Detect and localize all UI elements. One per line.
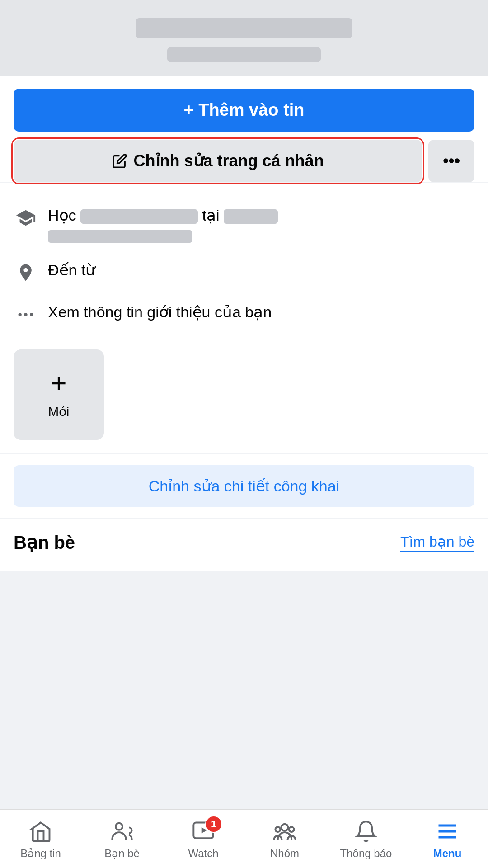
- nav-icon-wrap-menu: [432, 818, 463, 844]
- nav-item-home[interactable]: Bảng tin: [0, 814, 81, 864]
- svg-point-7: [275, 827, 280, 832]
- home-icon: [28, 820, 54, 843]
- education-blurred-line: [48, 230, 192, 243]
- add-highlight-button[interactable]: + Mới: [14, 349, 104, 440]
- location-text: Đến từ: [48, 259, 474, 281]
- graduation-icon: [14, 206, 38, 230]
- location-info-item: Đến từ: [14, 251, 474, 293]
- profile-header: [0, 0, 488, 76]
- friends-icon: [109, 820, 135, 843]
- nav-label-home: Bảng tin: [20, 847, 61, 860]
- plus-icon: +: [51, 370, 66, 397]
- edit-profile-button[interactable]: Chỉnh sửa trang cá nhân: [14, 140, 422, 182]
- nav-item-friends[interactable]: Bạn bè: [81, 814, 163, 864]
- education-blurred-1: [80, 209, 198, 224]
- action-buttons-section: + Thêm vào tin Chỉnh sửa trang cá nhân •…: [0, 76, 488, 182]
- svg-point-6: [281, 824, 288, 830]
- nav-label-menu: Menu: [433, 847, 462, 860]
- nav-icon-wrap-home: [25, 818, 56, 844]
- nav-item-groups[interactable]: Nhóm: [244, 814, 325, 864]
- nav-icon-wrap-groups: [269, 818, 300, 844]
- more-info-item[interactable]: Xem thông tin giới thiệu của bạn: [14, 293, 474, 335]
- groups-icon: [272, 820, 298, 843]
- nav-label-notifications: Thông báo: [340, 847, 392, 860]
- friends-header: Bạn bè Tìm bạn bè: [14, 532, 474, 553]
- nav-icon-wrap-notifications: [351, 818, 381, 844]
- svg-point-3: [116, 823, 122, 830]
- more-info-text: Xem thông tin giới thiệu của bạn: [48, 302, 474, 323]
- svg-point-2: [30, 313, 33, 316]
- more-button[interactable]: •••: [428, 140, 474, 182]
- bottom-nav: Bảng tin Bạn bè 1 Watch: [0, 809, 488, 868]
- info-section: Học tại Đến từ Xem thông tin giới thiệu …: [0, 183, 488, 340]
- nav-icon-wrap-watch: 1: [188, 818, 219, 844]
- public-details-button[interactable]: Chỉnh sửa chi tiết công khai: [14, 465, 474, 507]
- education-blurred-2: [224, 209, 278, 224]
- menu-icon: [434, 820, 460, 843]
- nav-item-watch[interactable]: 1 Watch: [163, 814, 244, 864]
- nav-label-groups: Nhóm: [270, 847, 299, 860]
- nav-item-menu[interactable]: Menu: [407, 814, 488, 864]
- watch-badge: 1: [205, 816, 222, 833]
- bell-icon: [353, 820, 379, 843]
- education-info-item: Học tại: [14, 197, 474, 251]
- friends-section: Bạn bè Tìm bạn bè: [0, 519, 488, 571]
- svg-point-1: [24, 313, 27, 316]
- location-icon: [14, 260, 38, 285]
- profile-sub-blurred: [167, 47, 321, 62]
- find-friends-link[interactable]: Tìm bạn bè: [400, 533, 474, 552]
- dots-icon: [14, 302, 38, 327]
- public-details-section: Chỉnh sửa chi tiết công khai: [0, 454, 488, 518]
- nav-icon-wrap-friends: [107, 818, 137, 844]
- edit-row: Chỉnh sửa trang cá nhân •••: [14, 140, 474, 182]
- education-text: Học tại: [48, 205, 474, 243]
- profile-name-blurred: [136, 18, 352, 38]
- nav-label-watch: Watch: [188, 847, 218, 860]
- nav-item-notifications[interactable]: Thông báo: [325, 814, 407, 864]
- svg-point-0: [19, 313, 22, 316]
- pencil-icon: [112, 153, 127, 169]
- nav-label-friends: Bạn bè: [104, 847, 140, 860]
- highlight-add-label: Mới: [48, 404, 70, 419]
- add-story-button[interactable]: + Thêm vào tin: [14, 89, 474, 132]
- highlights-section: + Mới: [0, 340, 488, 453]
- svg-point-8: [289, 827, 294, 832]
- friends-title: Bạn bè: [14, 532, 75, 553]
